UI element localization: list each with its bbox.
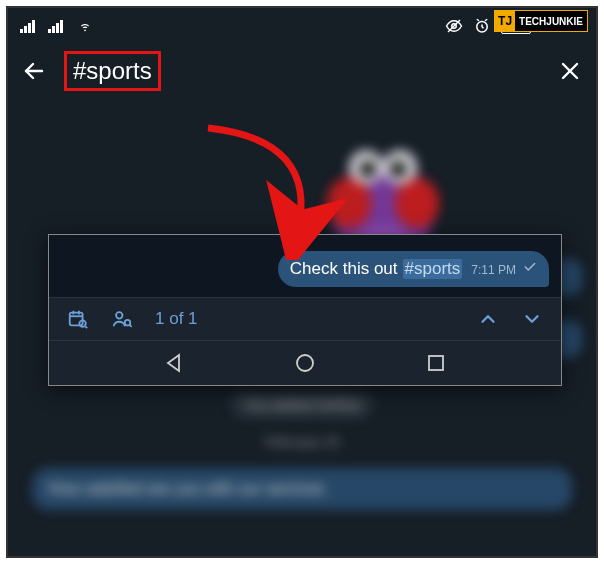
svg-line-22 bbox=[130, 325, 132, 327]
svg-rect-25 bbox=[429, 356, 443, 370]
watermark-text: TECHJUNKIE bbox=[515, 16, 587, 27]
svg-point-24 bbox=[297, 355, 313, 371]
bubble-text: Check this out bbox=[290, 259, 398, 279]
svg-point-9 bbox=[395, 178, 439, 229]
next-result-icon[interactable] bbox=[521, 308, 543, 330]
signal-1-icon bbox=[20, 19, 38, 33]
search-toolbar: 1 of 1 bbox=[49, 297, 561, 340]
nav-home-icon[interactable] bbox=[293, 351, 317, 375]
search-highlight-box: #sports bbox=[64, 51, 161, 91]
wifi-icon bbox=[76, 19, 94, 33]
search-input[interactable]: #sports bbox=[73, 57, 152, 84]
nav-back-icon[interactable] bbox=[162, 351, 186, 375]
alarm-icon bbox=[473, 17, 491, 35]
result-counter: 1 of 1 bbox=[155, 309, 198, 329]
prev-result-icon[interactable] bbox=[477, 308, 499, 330]
bg-big-bubble: How satisfied are you with our services bbox=[32, 468, 572, 510]
android-navbar bbox=[49, 340, 561, 385]
bg-system-message: You added SSSha bbox=[231, 392, 373, 418]
svg-rect-14 bbox=[70, 313, 83, 326]
member-search-icon[interactable] bbox=[111, 308, 133, 330]
svg-line-19 bbox=[85, 326, 87, 328]
sent-check-icon bbox=[523, 260, 537, 274]
search-bar: #sports bbox=[8, 41, 596, 101]
annotation-arrow-icon bbox=[188, 120, 368, 260]
svg-point-20 bbox=[116, 312, 122, 318]
signal-2-icon bbox=[48, 19, 66, 33]
nav-recent-icon[interactable] bbox=[424, 351, 448, 375]
bg-date-header: February 25 bbox=[264, 434, 339, 450]
bubble-hashtag: #sports bbox=[403, 259, 463, 279]
back-icon[interactable] bbox=[22, 59, 46, 83]
svg-point-13 bbox=[391, 161, 406, 176]
watermark-badge: TJ bbox=[495, 11, 515, 31]
svg-marker-23 bbox=[168, 355, 179, 371]
eye-off-icon bbox=[445, 17, 463, 35]
calendar-search-icon[interactable] bbox=[67, 308, 89, 330]
close-icon[interactable] bbox=[558, 59, 582, 83]
bubble-time: 7:11 PM bbox=[471, 263, 516, 277]
svg-point-21 bbox=[125, 320, 131, 326]
techjunkie-watermark: TJ TECHJUNKIE bbox=[494, 10, 588, 32]
